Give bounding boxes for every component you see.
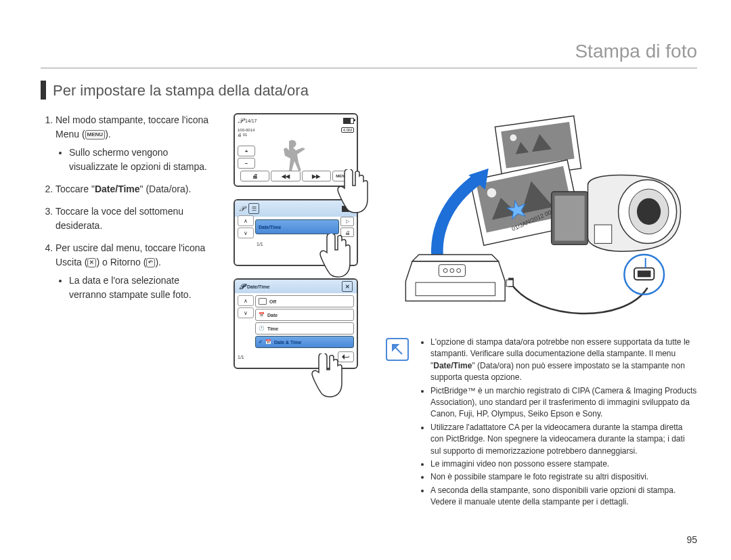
print-button[interactable]: 🖨 <box>240 171 269 181</box>
section-title-block: Per impostare la stampa della data/ora <box>41 81 697 100</box>
battery-icon <box>343 118 354 124</box>
svg-point-17 <box>637 198 661 225</box>
photo-thumbnail <box>275 138 316 172</box>
plus-button[interactable]: + <box>238 146 255 156</box>
option-label: Date <box>267 313 278 318</box>
step-list: Nel modo stampante, toccare l'icona Menu… <box>41 113 213 302</box>
pager-text: 1/1 <box>257 242 263 246</box>
svg-rect-14 <box>555 196 585 241</box>
print-mode-icon: 𝒫 <box>238 116 243 125</box>
note-item: Le immagini video non possono essere sta… <box>430 458 697 470</box>
down-arrow-button[interactable]: ∨ <box>238 228 254 238</box>
step-bold: Date/Time <box>95 184 140 194</box>
step-1: Nel modo stampante, toccare l'icona Menu… <box>56 113 213 174</box>
note-item: Utilizzare l'adattatore CA per la videoc… <box>430 422 697 457</box>
up-arrow-button[interactable]: ∧ <box>238 295 254 306</box>
section-bar <box>41 81 46 100</box>
step-text: ). <box>105 129 111 139</box>
resolution-badge: 4.0M <box>341 127 354 133</box>
page-header: Stampa di foto <box>41 41 697 68</box>
close-icon: ✕ <box>87 258 96 267</box>
option-label: Time <box>267 326 278 331</box>
option-time[interactable]: 🕐Time <box>255 322 354 335</box>
svg-rect-7 <box>439 265 465 277</box>
next-button[interactable]: ▶▶ <box>302 171 331 181</box>
step-2: Toccare "Date/Time" (Data/ora). <box>56 182 213 196</box>
printer-illustration <box>405 255 514 301</box>
camcorder-illustration <box>552 175 681 295</box>
step-4: Per uscire dal menu, toccare l'icona Usc… <box>56 241 213 302</box>
step-sub: La data e l'ora selezionate verranno sta… <box>69 274 213 302</box>
down-arrow-button[interactable]: ∨ <box>238 307 254 318</box>
photo-counter: 14/17 <box>245 119 257 123</box>
check-icon: ✓ <box>259 339 263 345</box>
minus-button[interactable]: − <box>238 158 255 169</box>
touch-hand-icon <box>308 353 345 401</box>
item-label: Date/Time <box>259 225 281 230</box>
print-mode-icon: 𝒫 <box>239 204 244 213</box>
sub-left-button[interactable]: ▷ <box>340 217 354 226</box>
date-time-item[interactable]: Date/Time <box>255 219 339 234</box>
prev-button[interactable]: ◀◀ <box>271 171 300 181</box>
option-date[interactable]: 📅Date <box>255 309 354 321</box>
step-sub: Sullo schermo vengono visualizzate le op… <box>69 146 213 174</box>
note-item: L'opzione di stampa data/ora potrebbe no… <box>430 337 697 384</box>
step-3: Toccare la voce del sottomenu desiderata… <box>56 204 213 233</box>
date-icon: 📅 <box>259 312 265 318</box>
touch-hand-icon <box>316 234 353 281</box>
file-number: 100-0014 <box>238 128 254 132</box>
option-date-time[interactable]: ✓📅Date & Time <box>255 336 354 348</box>
section-title: Per impostare la stampa della data/ora <box>53 81 309 100</box>
notes-block: L'opzione di stampa data/ora potrebbe no… <box>386 337 697 509</box>
up-arrow-button[interactable]: ∧ <box>238 215 254 226</box>
step-text: Nel modo stampante, toccare l'icona Menu… <box>56 114 208 139</box>
svg-rect-12 <box>506 280 513 286</box>
copies-count: 01 <box>243 133 248 137</box>
svg-rect-21 <box>638 271 651 278</box>
note-list: L'opzione di stampa data/ora potrebbe no… <box>418 337 697 509</box>
time-icon: 🕐 <box>259 326 265 331</box>
note-item: PictBridge™ è un marchio registrato di C… <box>430 385 697 421</box>
page-number: 95 <box>686 534 697 545</box>
submenu-title: Date/Time <box>247 284 269 289</box>
step-text: ) o Ritorno ( <box>96 257 146 267</box>
pager-text: 1/1 <box>238 355 244 360</box>
option-label: Date & Time <box>274 340 301 345</box>
svg-rect-18 <box>594 225 611 243</box>
note-item: Non è possibile stampare le foto registr… <box>430 471 697 483</box>
note-icon <box>386 338 409 361</box>
step-text: " (Data/ora). <box>140 184 192 194</box>
touch-hand-icon <box>334 169 371 217</box>
off-icon <box>259 298 267 305</box>
datetime-icon: 📅 <box>265 339 271 345</box>
return-icon: ↶ <box>146 258 155 267</box>
note-item: A seconda della stampante, sono disponib… <box>430 485 697 509</box>
print-mode-icon: 𝒫 <box>239 282 244 291</box>
option-label: Off <box>269 299 276 304</box>
step-text: ). <box>155 257 161 267</box>
connection-diagram: 01/JAN/2012 00:00 <box>386 113 697 337</box>
svg-rect-6 <box>416 282 495 296</box>
option-off[interactable]: Off <box>255 295 354 307</box>
menu-icon: ☰ <box>248 203 259 214</box>
close-button[interactable]: ✕ <box>342 281 353 292</box>
menu-icon: MENU <box>85 130 106 139</box>
step-text: Toccare " <box>56 184 95 194</box>
